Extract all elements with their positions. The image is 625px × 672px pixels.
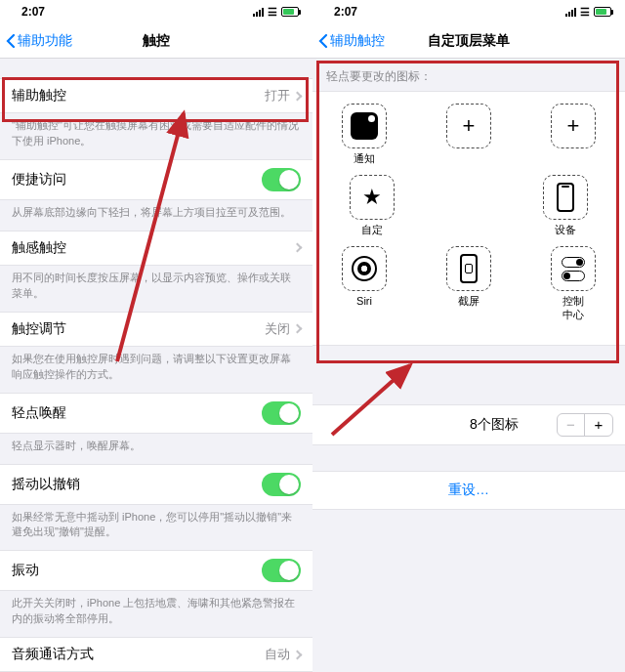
row-assistivetouch[interactable]: 辅助触控 打开 (0, 78, 312, 113)
toggle-on[interactable] (262, 401, 301, 425)
row-reachability[interactable]: 便捷访问 (0, 159, 312, 200)
slot-empty[interactable]: + (539, 104, 607, 165)
plus-icon[interactable]: + (585, 414, 612, 436)
wifi-icon: ☰ (268, 6, 277, 19)
slot-screenshot[interactable]: 截屏 (435, 246, 503, 320)
count-label: 8个图标 (353, 416, 519, 434)
row-touch-accommodations[interactable]: 触控调节 关闭 (0, 312, 312, 347)
row-value: 打开 (265, 87, 290, 105)
phone-right: 2:07 ☰ 辅助触控 自定顶层菜单 轻点要更改的图标： 通知 + + (312, 0, 625, 672)
row-label: 轻点唤醒 (12, 404, 262, 422)
icon-count-row: 8个图标 − + (312, 404, 625, 445)
chevron-right-icon (293, 324, 303, 334)
battery-icon (594, 7, 611, 17)
status-indicators: ☰ (565, 6, 611, 19)
slot-empty[interactable]: + (435, 104, 503, 165)
back-label: 辅助触控 (330, 32, 385, 50)
slot-device[interactable]: 设备 (531, 175, 600, 236)
toggle-on[interactable] (262, 559, 301, 582)
chevron-left-icon (316, 32, 330, 50)
slot-label: 自定 (361, 224, 383, 236)
slot-notification[interactable]: 通知 (330, 104, 398, 165)
signal-icon (253, 8, 264, 17)
row-value: 自动 (265, 646, 290, 663)
navbar: 辅助功能 触控 (0, 23, 312, 59)
statusbar: 2:07 ☰ (0, 0, 312, 23)
slot-label: 控制 中心 (562, 295, 584, 320)
back-button[interactable]: 辅助触控 (312, 32, 385, 50)
row-label: 音频通话方式 (12, 646, 265, 663)
row-label: 便捷访问 (12, 171, 262, 189)
row-value: 关闭 (265, 320, 290, 338)
row-footer: 从屏幕底部边缘向下轻扫，将屏幕上方项目拉至可及范围。 (0, 200, 312, 231)
slot-custom[interactable]: ★ 自定 (338, 175, 406, 236)
navbar: 辅助触控 自定顶层菜单 (312, 23, 625, 59)
status-indicators: ☰ (253, 6, 299, 19)
chevron-right-icon (293, 650, 303, 659)
status-time: 2:07 (21, 5, 45, 19)
siri-icon (352, 256, 377, 281)
row-shake-undo[interactable]: 摇动以撤销 (0, 464, 312, 505)
toggle-on[interactable] (262, 168, 301, 191)
section-hint: 轻点要更改的图标： (312, 59, 625, 91)
row-vibration[interactable]: 振动 (0, 550, 312, 591)
row-footer: 轻点显示器时，唤醒屏幕。 (0, 434, 312, 464)
device-icon (557, 183, 574, 212)
row-footer: 用不同的时间长度按压屏幕，以显示内容预览、操作或关联菜单。 (0, 266, 312, 312)
chevron-right-icon (293, 91, 303, 101)
slot-siri[interactable]: Siri (330, 246, 398, 320)
toggle-on[interactable] (262, 473, 301, 496)
row-tap-to-wake[interactable]: 轻点唤醒 (0, 393, 312, 434)
slot-label: 通知 (354, 152, 375, 165)
row-footer: 如果经常无意中摇动到 iPhone，您可以停用"摇动以撤销"来避免出现"撤销"提… (0, 505, 312, 551)
control-center-icon (562, 257, 585, 281)
row-label: 辅助触控 (12, 87, 265, 105)
row-haptic-touch[interactable]: 触感触控 (0, 231, 312, 266)
phone-left: 2:07 ☰ 辅助功能 触控 辅助触控 打开 "辅助触控"可让您在触摸屏幕有困难… (0, 0, 312, 672)
row-label: 摇动以撤销 (12, 476, 262, 493)
status-time: 2:07 (334, 5, 357, 19)
back-button[interactable]: 辅助功能 (0, 32, 72, 50)
row-footer: "辅助触控"可让您在触摸屏幕有困难或需要自适应配件的情况下使用 iPhone。 (0, 113, 312, 159)
minus-icon[interactable]: − (558, 414, 585, 436)
icon-grid: 通知 + + ★ 自定 设备 Siri (312, 91, 625, 346)
slot-control-center[interactable]: 控制 中心 (539, 246, 607, 320)
star-icon: ★ (362, 185, 382, 210)
notification-icon (351, 112, 378, 140)
slot-label: Siri (356, 295, 372, 308)
screenshot-icon (460, 254, 478, 283)
row-label: 振动 (12, 562, 262, 579)
row-label: 触感触控 (12, 239, 294, 257)
count-stepper[interactable]: − + (557, 413, 613, 437)
wifi-icon: ☰ (580, 6, 590, 19)
row-footer: 如果您在使用触控屏时遇到问题，请调整以下设置更改屏幕响应触控操作的方式。 (0, 347, 312, 393)
plus-icon: + (567, 113, 580, 139)
back-label: 辅助功能 (18, 32, 72, 50)
chevron-right-icon (293, 243, 303, 253)
slot-label: 设备 (555, 224, 576, 236)
plus-icon: + (463, 113, 476, 139)
row-footer: 此开关关闭时，iPhone 上包括地震、海啸和其他紧急警报在内的振动将全部停用。 (0, 591, 312, 637)
reset-button[interactable]: 重设… (312, 471, 625, 510)
statusbar: 2:07 ☰ (312, 0, 625, 23)
battery-icon (281, 7, 299, 17)
row-call-audio-routing[interactable]: 音频通话方式 自动 (0, 637, 312, 672)
slot-label: 截屏 (458, 295, 479, 308)
chevron-left-icon (4, 32, 18, 50)
row-label: 触控调节 (12, 320, 265, 338)
signal-icon (565, 8, 576, 17)
reset-label: 重设… (448, 482, 489, 497)
